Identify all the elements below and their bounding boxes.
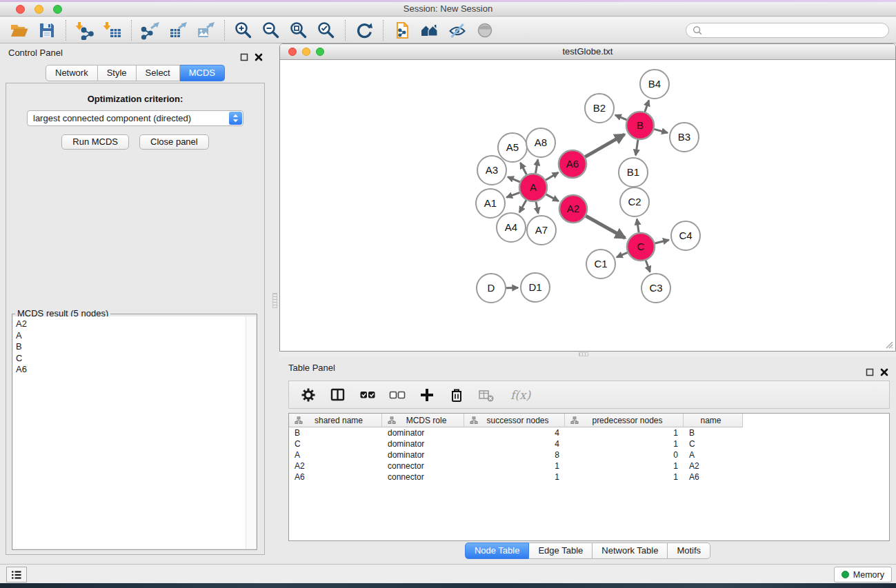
- mcds-result-item[interactable]: A: [16, 330, 243, 342]
- table-cell[interactable]: 1: [565, 439, 684, 449]
- mcds-result-item[interactable]: A6: [16, 364, 243, 376]
- edge-A-A8[interactable]: [536, 160, 538, 174]
- select-all-columns-button[interactable]: [359, 386, 377, 404]
- table-cell[interactable]: 4: [464, 439, 565, 449]
- table-cell[interactable]: 1: [565, 428, 684, 438]
- zoom-window-button[interactable]: [53, 5, 62, 14]
- table-cell[interactable]: dominator: [382, 439, 464, 449]
- network-graph[interactable]: B4B2BB3A5A8A6B1A3AA1C2A2A4A7CC4C1C3DD1: [281, 61, 896, 351]
- table-cell[interactable]: 1: [565, 472, 684, 482]
- table-cell[interactable]: C: [684, 439, 743, 449]
- edge-C-C4[interactable]: [655, 240, 668, 243]
- show-columns-button[interactable]: [329, 386, 347, 404]
- mcds-result-item[interactable]: C: [16, 353, 243, 365]
- tab-mcds[interactable]: MCDS: [180, 65, 225, 81]
- panel-split-divider[interactable]: [270, 43, 279, 564]
- table-cell[interactable]: dominator: [382, 428, 464, 438]
- mcds-result-item[interactable]: A2: [16, 318, 243, 330]
- column-header-successor-nodes[interactable]: successor nodes: [464, 414, 565, 427]
- optimization-criterion-dropdown[interactable]: largest connected component (directed): [27, 110, 243, 126]
- network-file-button[interactable]: [388, 19, 416, 42]
- horizontal-split-divider[interactable]: [279, 352, 896, 357]
- network-zoom-button[interactable]: [316, 48, 324, 56]
- mcds-result-item[interactable]: B: [16, 341, 243, 353]
- table-row[interactable]: Bdominator41B: [289, 427, 889, 438]
- run-mcds-button[interactable]: Run MCDS: [61, 134, 129, 150]
- close-panel-icon[interactable]: [254, 52, 263, 62]
- search-field[interactable]: [686, 23, 889, 38]
- zoom-out-button[interactable]: [257, 19, 285, 42]
- table-cell[interactable]: B: [684, 428, 743, 438]
- close-panel-icon[interactable]: [879, 367, 889, 377]
- network-minimize-button[interactable]: [302, 48, 310, 56]
- table-cell[interactable]: 1: [565, 461, 684, 471]
- column-header-predecessor-nodes[interactable]: predecessor nodes: [565, 414, 684, 427]
- table-cell[interactable]: 1: [464, 461, 565, 471]
- network-canvas[interactable]: B4B2BB3A5A8A6B1A3AA1C2A2A4A7CC4C1C3DD1: [281, 61, 895, 350]
- table-cell[interactable]: A6: [289, 472, 382, 482]
- table-row[interactable]: Cdominator41C: [289, 438, 889, 449]
- search-input[interactable]: [706, 25, 883, 37]
- table-cell[interactable]: 1: [464, 472, 565, 482]
- table-cell[interactable]: dominator: [382, 450, 464, 460]
- tab-edge-table[interactable]: Edge Table: [529, 543, 593, 559]
- float-panel-icon[interactable]: [865, 367, 875, 377]
- network-window-titlebar[interactable]: testGlobe.txt: [280, 44, 895, 60]
- edge-A-A3[interactable]: [508, 177, 520, 182]
- delete-table-button[interactable]: [477, 386, 495, 404]
- delete-column-button[interactable]: [448, 386, 466, 404]
- edge-A6-B[interactable]: [585, 134, 624, 157]
- edge-B-B1[interactable]: [636, 140, 638, 156]
- import-table-button[interactable]: [99, 19, 126, 42]
- close-window-button[interactable]: [16, 5, 25, 14]
- table-cell[interactable]: A6: [684, 472, 743, 482]
- table-cell[interactable]: B: [289, 428, 382, 438]
- tab-motifs[interactable]: Motifs: [668, 543, 710, 559]
- table-cell[interactable]: 8: [464, 450, 565, 460]
- fit-selected-button[interactable]: [312, 19, 340, 42]
- table-cell[interactable]: connector: [382, 472, 464, 482]
- open-session-button[interactable]: [6, 19, 33, 42]
- tab-network-table[interactable]: Network Table: [593, 543, 668, 559]
- edge-B-B2[interactable]: [615, 115, 627, 120]
- table-cell[interactable]: A2: [684, 461, 743, 471]
- memory-button[interactable]: Memory: [834, 567, 892, 582]
- edge-A-A6[interactable]: [546, 172, 558, 180]
- edge-A-A4[interactable]: [519, 200, 526, 212]
- table-cell[interactable]: C: [289, 439, 382, 449]
- deselect-all-columns-button[interactable]: [388, 386, 406, 404]
- table-cell[interactable]: 0: [565, 450, 684, 460]
- network-close-button[interactable]: [288, 48, 297, 56]
- table-row[interactable]: A2connector11A2: [289, 460, 889, 472]
- show-graphics-details-button[interactable]: [471, 19, 499, 42]
- divider-grip[interactable]: [272, 293, 277, 308]
- edge-C-C2[interactable]: [637, 219, 639, 232]
- edge-B-B4[interactable]: [645, 101, 649, 112]
- edge-B-B3[interactable]: [654, 129, 668, 132]
- import-network-button[interactable]: [71, 19, 99, 42]
- hide-graphics-details-button[interactable]: [444, 19, 471, 42]
- tab-select[interactable]: Select: [137, 65, 180, 81]
- tab-node-table[interactable]: Node Table: [465, 543, 530, 559]
- table-row[interactable]: A6connector11A6: [289, 472, 889, 483]
- result-list-scrollbar[interactable]: [246, 316, 256, 549]
- edge-A-A5[interactable]: [521, 163, 527, 174]
- tab-style[interactable]: Style: [98, 65, 137, 81]
- tab-network[interactable]: Network: [46, 65, 98, 81]
- table-row[interactable]: Adominator80A: [289, 449, 889, 460]
- table-cell[interactable]: A2: [289, 461, 382, 471]
- float-panel-icon[interactable]: [239, 52, 249, 62]
- column-header-name[interactable]: name: [684, 414, 743, 427]
- save-session-button[interactable]: [33, 19, 61, 42]
- task-history-button[interactable]: [6, 567, 27, 582]
- export-table-button[interactable]: [164, 19, 192, 42]
- edge-A-A1[interactable]: [506, 192, 519, 197]
- create-column-button[interactable]: [418, 386, 436, 404]
- table-cell[interactable]: connector: [382, 461, 464, 471]
- dropdown-stepper[interactable]: [229, 112, 242, 125]
- edge-C-C3[interactable]: [646, 261, 650, 272]
- refresh-network-button[interactable]: [350, 19, 378, 42]
- column-header-MCDS-role[interactable]: MCDS role: [382, 414, 464, 427]
- export-image-button[interactable]: [192, 19, 219, 42]
- table-settings-button[interactable]: [299, 386, 317, 404]
